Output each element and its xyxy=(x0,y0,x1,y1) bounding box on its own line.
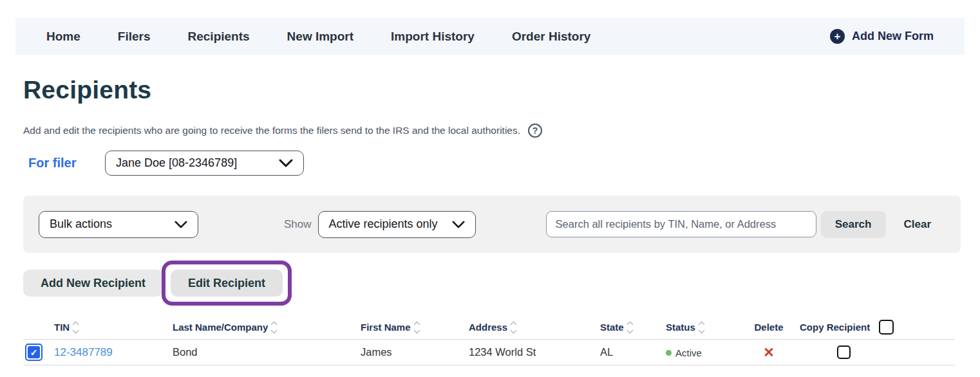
status-label: Active xyxy=(675,347,702,358)
edit-recipient-highlight: Edit Recipient xyxy=(162,261,292,306)
nav-item-import-history[interactable]: Import History xyxy=(391,30,475,44)
row-select-cell: ✓ xyxy=(23,340,54,365)
chevron-down-icon xyxy=(174,221,187,228)
row-select-checkbox[interactable]: ✓ xyxy=(25,344,42,361)
recipients-table: TIN Last Name/Company First Name Address… xyxy=(23,317,955,365)
header-last-name[interactable]: Last Name/Company xyxy=(173,317,361,340)
sort-icon xyxy=(628,322,632,333)
row-state-cell: AL xyxy=(600,340,666,365)
tin-link[interactable]: 12-3487789 xyxy=(54,346,113,358)
header-state[interactable]: State xyxy=(600,317,666,340)
add-new-form-button[interactable]: + Add New Form xyxy=(830,29,934,44)
sort-icon xyxy=(415,322,419,333)
nav-item-order-history[interactable]: Order History xyxy=(512,30,590,44)
search-input[interactable] xyxy=(546,211,816,237)
help-icon[interactable]: ? xyxy=(528,124,542,138)
row-first-name-cell: James xyxy=(361,340,469,365)
row-copy-cell xyxy=(800,340,955,365)
nav-item-new-import[interactable]: New Import xyxy=(287,30,353,44)
show-filter-select[interactable]: Active recipients only xyxy=(318,211,476,238)
header-select-column xyxy=(23,317,54,340)
sort-icon xyxy=(272,322,276,333)
row-delete-cell: ✕ xyxy=(738,340,800,365)
header-copy-recipient: Copy Recipient xyxy=(800,317,955,340)
for-filer-label: For filer xyxy=(28,156,105,170)
copy-recipient-checkbox[interactable] xyxy=(837,345,851,359)
header-address-label: Address xyxy=(469,322,507,333)
search-button[interactable]: Search xyxy=(821,211,886,238)
copy-all-checkbox[interactable] xyxy=(879,320,894,335)
header-delete: Delete xyxy=(738,317,800,340)
plus-circle-icon: + xyxy=(830,29,845,44)
chevron-down-icon xyxy=(452,221,465,228)
page-description-row: Add and edit the recipients who are goin… xyxy=(23,124,980,138)
sort-icon xyxy=(699,322,704,333)
sort-icon xyxy=(511,322,516,333)
row-tin-cell: 12-3487789 xyxy=(54,340,173,365)
filter-bar: Bulk actions Show Active recipients only… xyxy=(23,196,961,253)
add-new-form-label: Add New Form xyxy=(852,30,934,43)
edit-recipient-button[interactable]: Edit Recipient xyxy=(171,270,283,297)
filer-row: For filer Jane Doe [08-2346789] xyxy=(28,151,980,176)
header-copy-label: Copy Recipient xyxy=(800,322,870,333)
table-header-row: TIN Last Name/Company First Name Address… xyxy=(23,317,955,340)
header-status[interactable]: Status xyxy=(666,317,738,340)
delete-x-icon[interactable]: ✕ xyxy=(763,345,775,360)
filer-select[interactable]: Jane Doe [08-2346789] xyxy=(105,151,304,176)
bulk-actions-select[interactable]: Bulk actions xyxy=(39,211,198,238)
top-nav: Home Filers Recipients New Import Import… xyxy=(15,18,965,55)
add-new-recipient-button[interactable]: Add New Recipient xyxy=(23,270,163,297)
row-address-cell: 1234 World St xyxy=(469,340,600,365)
header-first-name[interactable]: First Name xyxy=(361,317,469,340)
header-last-name-label: Last Name/Company xyxy=(173,322,268,333)
bulk-actions-value: Bulk actions xyxy=(50,217,112,231)
nav-item-filers[interactable]: Filers xyxy=(118,30,151,44)
header-tin-label: TIN xyxy=(54,322,70,333)
clear-button[interactable]: Clear xyxy=(895,211,941,238)
header-delete-label: Delete xyxy=(754,322,783,333)
sort-icon xyxy=(73,322,78,333)
table-row: ✓ 12-3487789 Bond James 1234 World St AL… xyxy=(23,340,955,365)
row-last-name-cell: Bond xyxy=(173,340,361,365)
page-title: Recipients xyxy=(23,76,980,104)
show-filter-value: Active recipients only xyxy=(329,217,438,231)
header-first-name-label: First Name xyxy=(361,322,411,333)
chevron-down-icon xyxy=(279,159,293,167)
row-status-cell: Active xyxy=(666,340,738,365)
header-state-label: State xyxy=(600,322,624,333)
actions-row: Add New Recipient Edit Recipient xyxy=(23,259,980,307)
page-description: Add and edit the recipients who are goin… xyxy=(23,125,520,136)
header-status-label: Status xyxy=(666,322,695,333)
filer-select-value: Jane Doe [08-2346789] xyxy=(116,156,237,170)
checkmark-icon: ✓ xyxy=(28,346,40,358)
nav-item-recipients[interactable]: Recipients xyxy=(188,30,250,44)
status-active-dot xyxy=(666,350,672,356)
header-address[interactable]: Address xyxy=(469,317,600,340)
header-tin[interactable]: TIN xyxy=(54,317,173,340)
nav-item-home[interactable]: Home xyxy=(46,30,80,44)
show-label: Show xyxy=(284,218,312,231)
